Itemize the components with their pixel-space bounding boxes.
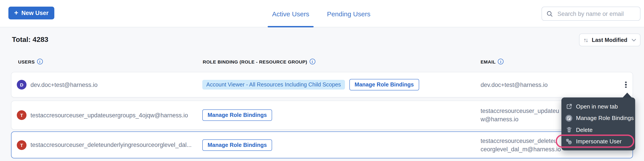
user-cell: T testaccresourceuser_updateusergroups_4… [17, 101, 188, 129]
context-menu-caret [622, 93, 632, 98]
user-cell: D dev.doc+test@harness.io [17, 72, 98, 97]
email-value: dev.doc+test@harness.io [480, 80, 548, 89]
chevron-down-icon [632, 39, 636, 41]
manage-role-bindings-button[interactable]: Manage Role Bindings [202, 109, 272, 121]
tabs: Active Users Pending Users [268, 0, 375, 27]
search-icon [546, 10, 553, 17]
trash-icon [566, 126, 572, 134]
role-binding-cell: Account Viewer - All Resources Including… [202, 72, 419, 97]
column-header-role-binding: ROLE BINDING (ROLE - RESOURCE GROUP) i [203, 59, 315, 64]
user-management-page: + New User Active Users Pending Users To… [0, 0, 644, 161]
user-name: testaccresourceuser_deleteunderlyingreso… [30, 142, 192, 148]
search-input[interactable] [556, 10, 636, 17]
role-bindings-icon [566, 115, 572, 122]
menu-item-delete[interactable]: Delete [562, 124, 635, 136]
avatar: T [17, 140, 26, 150]
plus-icon: + [14, 9, 18, 16]
table-row[interactable]: T testaccresourceuser_updateusergroups_4… [11, 101, 633, 130]
column-header-users: USERS i [18, 59, 42, 64]
role-binding-cell: Manage Role Bindings [202, 101, 272, 129]
tab-pending-users[interactable]: Pending Users [322, 0, 375, 27]
row-menu-kebab-icon[interactable] [622, 79, 630, 90]
user-name: dev.doc+test@harness.io [30, 81, 98, 88]
sort-arrows-icon: ↑↓ [584, 37, 588, 43]
external-link-icon [566, 103, 572, 110]
new-user-label: New User [22, 10, 48, 16]
sort-label: Last Modified [590, 37, 628, 43]
sort-dropdown[interactable]: ↑↓ Last Modified [579, 33, 640, 46]
menu-item-open-in-new-tab[interactable]: Open in new tab [562, 101, 635, 112]
menu-item-manage-role-bindings[interactable]: Manage Role Bindings [562, 112, 635, 124]
info-icon[interactable]: i [498, 59, 504, 64]
tab-active-users[interactable]: Active Users [268, 0, 314, 27]
email-cell: testaccresourceuser_updateu w@harness.io [480, 101, 559, 129]
menu-item-impersonate-user[interactable]: Impersonate User [562, 136, 635, 147]
table-row-selected[interactable]: T testaccresourceuser_deleteunderlyingre… [11, 132, 633, 158]
user-name: testaccresourceuser_updateusergroups_4oj… [30, 112, 188, 118]
email-value: ceorglevel_dal_m@harness.io [480, 145, 561, 153]
avatar: T [17, 110, 26, 120]
info-icon[interactable]: i [37, 59, 42, 64]
info-icon[interactable]: i [310, 59, 315, 64]
email-value: w@harness.io [480, 115, 518, 124]
column-header-email-label: EMAIL [480, 59, 496, 64]
email-value: testaccresourceuser_updateu [480, 107, 559, 115]
role-binding-badge: Account Viewer - All Resources Including… [202, 80, 345, 90]
user-cell: T testaccresourceuser_deleteunderlyingre… [17, 132, 192, 158]
context-menu: Open in new tab Manage Role Bindings [562, 98, 635, 151]
topbar: + New User Active Users Pending Users [0, 0, 644, 27]
table-row[interactable]: D dev.doc+test@harness.io Account Viewer… [11, 72, 633, 98]
avatar: D [17, 80, 26, 90]
search-box[interactable] [542, 7, 640, 21]
menu-item-label: Open in new tab [576, 103, 618, 110]
total-count: Total: 4283 [12, 36, 48, 44]
masks-icon [566, 138, 572, 145]
new-user-button[interactable]: + New User [8, 7, 54, 19]
role-binding-cell: Manage Role Bindings [202, 132, 272, 158]
menu-item-label: Impersonate User [576, 138, 622, 145]
column-header-role-binding-label: ROLE BINDING (ROLE - RESOURCE GROUP) [203, 59, 307, 64]
email-cell: testaccresourceuser_deleteu ceorglevel_d… [480, 132, 561, 158]
menu-item-label: Delete [576, 127, 592, 133]
column-header-users-label: USERS [18, 59, 35, 64]
manage-role-bindings-button[interactable]: Manage Role Bindings [350, 79, 419, 90]
column-header-email: EMAIL i [480, 59, 504, 64]
email-cell: dev.doc+test@harness.io [480, 72, 548, 97]
email-value: testaccresourceuser_deleteu [480, 137, 557, 145]
menu-item-label: Manage Role Bindings [576, 115, 634, 122]
manage-role-bindings-button[interactable]: Manage Role Bindings [202, 139, 272, 151]
